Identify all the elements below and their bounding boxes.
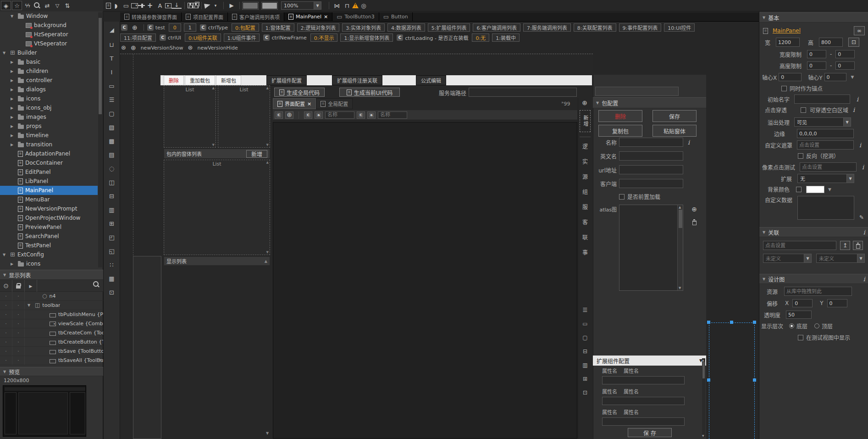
tree-item[interactable]: OpenProjectWindow <box>0 213 98 222</box>
scroll-up-icon[interactable]: ▲ <box>266 86 269 90</box>
name-input[interactable] <box>619 138 683 147</box>
tree-item[interactable]: icons <box>0 94 98 103</box>
controller-chip[interactable]: 0:无 <box>472 33 489 42</box>
category-char[interactable]: 实 <box>578 157 592 165</box>
info-icon[interactable]: i <box>857 96 858 103</box>
attr-value-input[interactable] <box>602 376 685 384</box>
document-tab[interactable]: 客户端调用列表项 <box>228 12 284 21</box>
cursor-tool-icon[interactable] <box>106 25 117 36</box>
package-action-tab[interactable]: 删除 <box>164 75 184 85</box>
package-window-list[interactable]: List ▲ ▼ <box>164 160 270 255</box>
edit-data-button[interactable] <box>857 212 867 222</box>
preview-header[interactable]: ▼ 预览 <box>0 367 103 376</box>
list-tool-icon[interactable] <box>578 307 592 313</box>
tree-item[interactable]: children <box>0 67 98 76</box>
expand-all-button[interactable] <box>25 280 37 292</box>
column-layout-tool-icon[interactable] <box>106 204 117 215</box>
text-icon[interactable] <box>155 1 165 10</box>
chevron-down-icon[interactable]: ▼ <box>851 75 854 79</box>
controller-chip[interactable]: test <box>146 23 166 32</box>
relation-prop-select[interactable]: 未定义 ▼ <box>816 254 865 263</box>
category-char[interactable]: 服 <box>578 203 592 211</box>
image-tool-icon[interactable] <box>106 122 117 133</box>
toolbar-icon[interactable] <box>184 2 185 9</box>
controller-chip[interactable]: ctrlLoading - 是否正在装载 <box>396 33 469 42</box>
scrollbar-thumb[interactable] <box>702 362 705 378</box>
bg-color-swatch[interactable] <box>806 186 824 193</box>
offset-y-input[interactable] <box>827 299 847 307</box>
controller-chip[interactable]: newVersionShow <box>140 44 184 52</box>
c-badge-icon[interactable] <box>275 111 283 119</box>
save-icon[interactable] <box>188 3 193 8</box>
info-icon[interactable]: i <box>863 276 865 283</box>
client-input[interactable] <box>619 179 683 188</box>
document-tab[interactable]: 转换器参数弹窗界面 <box>120 12 182 21</box>
tree-item[interactable]: VtSeperator <box>0 39 98 48</box>
expand-arrow-icon[interactable] <box>11 88 16 92</box>
row-layout-tool-icon[interactable] <box>578 348 592 355</box>
add-atlas-button[interactable] <box>689 205 699 214</box>
info-icon[interactable]: i <box>688 139 690 146</box>
lock-dot[interactable]: · <box>12 338 25 346</box>
english-name-input[interactable] <box>619 151 683 161</box>
tree-item[interactable]: EditPanel <box>0 167 98 177</box>
info-icon[interactable]: i <box>853 106 855 113</box>
controller-chip[interactable]: 0:包配置 <box>232 23 259 32</box>
opacity-input[interactable] <box>786 311 812 319</box>
category-char[interactable]: 逻 <box>578 142 592 150</box>
attr-value-input[interactable] <box>602 417 685 426</box>
category-char[interactable]: 源 <box>578 172 592 180</box>
expand-arrow-icon[interactable] <box>11 14 16 18</box>
canvas-display-list-bar[interactable]: 显示列表 ▲ <box>164 256 270 266</box>
delete-atlas-button[interactable] <box>689 217 699 227</box>
import-icon[interactable] <box>171 2 182 9</box>
add-category-button[interactable]: 新增 <box>580 110 591 132</box>
save-all-icon[interactable] <box>193 3 199 8</box>
expand-arrow-icon[interactable] <box>28 303 33 307</box>
collapse-arrow-icon[interactable]: ▼ <box>3 273 6 277</box>
extension-save-button[interactable]: 保 存 <box>628 428 672 437</box>
layer-top-radio[interactable] <box>814 323 819 328</box>
document-icon[interactable] <box>106 3 111 9</box>
expand-arrow-icon[interactable] <box>3 51 8 55</box>
url-input[interactable] <box>619 165 683 174</box>
scroll-up-icon[interactable]: ▲ <box>212 86 215 90</box>
tree-item[interactable]: Builder <box>0 48 98 57</box>
tab-layout-tool-icon[interactable] <box>106 245 117 256</box>
tree-item[interactable]: icons_obj <box>0 103 98 112</box>
relation-target-select[interactable]: 未定义 ▼ <box>763 254 812 263</box>
scroll-down-icon[interactable]: ▼ <box>266 143 269 147</box>
controller-chip[interactable]: 2:逻辑对象列表 <box>297 23 340 32</box>
star-icon[interactable] <box>12 1 22 10</box>
document-tab[interactable]: ToolButton3 <box>332 12 379 21</box>
controller-chip[interactable]: 8:关联配置列表 <box>574 23 616 32</box>
basic-section-header[interactable]: ▼ 基本 <box>759 12 868 22</box>
selection-handle[interactable] <box>707 321 710 324</box>
expand-arrow-icon[interactable] <box>11 262 16 266</box>
scroll-up-icon[interactable]: ▲ <box>266 161 269 164</box>
close-icon[interactable]: × <box>307 101 311 107</box>
expand-arrow-icon[interactable] <box>11 106 16 110</box>
expand-arrow-icon[interactable] <box>11 143 16 147</box>
element-name-link[interactable]: MainPanel <box>773 28 801 34</box>
info-icon[interactable]: i <box>862 164 864 171</box>
controller-chip[interactable]: 11:项目配置 <box>120 33 156 42</box>
node-graph-icon[interactable] <box>342 1 352 10</box>
card-layout-tool-icon[interactable] <box>106 232 117 243</box>
package-action-tab[interactable]: 新增包 <box>216 75 241 85</box>
button-tool-icon[interactable] <box>578 321 592 327</box>
name-filter-input[interactable] <box>378 111 407 119</box>
display-list-row[interactable]: · · n4 ▼ <box>0 292 103 301</box>
collapse-arrow-icon[interactable]: ▼ <box>763 230 765 234</box>
loader-tool-icon[interactable] <box>106 163 117 174</box>
button-tool-icon[interactable] <box>106 80 117 91</box>
selection-outline[interactable] <box>709 322 755 439</box>
config-tab[interactable]: 全局配置 <box>316 98 353 109</box>
controller-chip[interactable] <box>130 44 137 52</box>
lock-dot[interactable]: · <box>12 328 25 337</box>
scroll-down-icon[interactable]: ▼ <box>679 286 681 290</box>
toolbar-icon[interactable] <box>201 2 202 9</box>
controller-chip[interactable]: 1:窗体配置 <box>262 23 294 32</box>
display-list-row[interactable]: · · viewScale {ComboB ▼ <box>0 319 103 328</box>
grid-layout-tool-icon[interactable] <box>578 376 592 382</box>
